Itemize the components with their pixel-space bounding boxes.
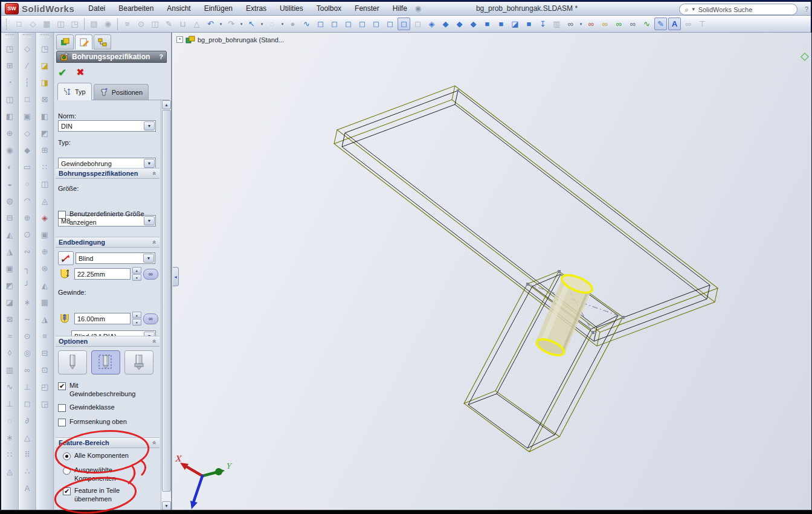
- propertymanager-tab[interactable]: [75, 34, 92, 50]
- tool-icon[interactable]: ◻: [20, 395, 34, 412]
- plane-icon[interactable]: △: [190, 18, 203, 30]
- tool-icon[interactable]: ⊥: [2, 395, 17, 412]
- select-icon[interactable]: ↖: [245, 18, 258, 30]
- tool-icon[interactable]: ◭: [2, 226, 17, 243]
- view-orient-2-icon[interactable]: ◆: [439, 18, 452, 30]
- tool-icon[interactable]: ◇: [20, 40, 34, 57]
- tool-icon[interactable]: ⊥: [20, 378, 34, 395]
- component-display-icon[interactable]: ∞: [627, 18, 639, 30]
- section-feature-bereich[interactable]: Feature-Bereich «: [56, 437, 160, 448]
- tool-icon[interactable]: ∞: [20, 361, 34, 378]
- tool-icon[interactable]: ◉: [2, 141, 17, 158]
- edit-component-icon[interactable]: ∞: [613, 18, 625, 30]
- collapse-chevron-icon[interactable]: «: [152, 240, 158, 244]
- menu-toolbox[interactable]: Toolbox: [310, 2, 348, 15]
- dropdown-arrow-icon[interactable]: ▼: [144, 121, 155, 130]
- sketch-visibility-icon[interactable]: ✎: [654, 18, 667, 30]
- tool-icon[interactable]: ▦: [37, 294, 52, 310]
- menu-pin-icon[interactable]: ◉: [415, 4, 421, 13]
- undo-icon[interactable]: ↶: [204, 18, 217, 30]
- depth-spinner[interactable]: ▲▼: [132, 267, 141, 281]
- wireframe-display-icon[interactable]: ◻: [398, 18, 410, 30]
- view-orient-1-icon[interactable]: ◈: [425, 18, 438, 30]
- menu-hilfe[interactable]: Hilfe: [386, 2, 414, 15]
- properties-icon[interactable]: ≡: [121, 18, 134, 30]
- option-cosmetic-thread-button[interactable]: [124, 350, 153, 374]
- tool-icon[interactable]: △: [20, 429, 34, 446]
- lasso-dropdown-icon[interactable]: ▾: [280, 18, 285, 30]
- tool-icon[interactable]: ◳: [37, 40, 52, 57]
- configurationmanager-tab[interactable]: [94, 34, 111, 50]
- section-endbedingung[interactable]: Endbedingung «: [56, 237, 160, 248]
- view-cube-3-icon[interactable]: ◻: [342, 18, 355, 30]
- featuremanager-tree-tab[interactable]: [56, 34, 74, 50]
- move-component-icon[interactable]: ∞: [585, 18, 598, 30]
- tool-icon[interactable]: ◨: [37, 74, 52, 91]
- save-icon[interactable]: ▦: [40, 18, 53, 30]
- menu-ansicht[interactable]: Ansicht: [160, 2, 197, 15]
- tool-icon[interactable]: ∷: [37, 158, 52, 175]
- view-cube-4-icon[interactable]: ◻: [356, 18, 369, 30]
- norm-select[interactable]: DIN ▼: [58, 120, 156, 132]
- view-orient-7-icon[interactable]: ◪: [509, 18, 521, 30]
- view-orient-4-icon[interactable]: ◆: [467, 18, 480, 30]
- viewport-3d-model[interactable]: X Y Z: [173, 33, 811, 510]
- thread-depth-spinner[interactable]: ▲▼: [132, 312, 141, 326]
- tool-icon[interactable]: ◠: [20, 192, 34, 209]
- scrollbar-thumb[interactable]: [162, 110, 171, 492]
- link-value-button[interactable]: ∞: [143, 313, 158, 324]
- section-view-icon[interactable]: ↧: [536, 18, 549, 30]
- tool-icon[interactable]: ⊛: [37, 260, 52, 277]
- dropdown-arrow-icon[interactable]: ▼: [144, 159, 155, 168]
- scroll-down-button[interactable]: ▼: [162, 501, 171, 510]
- tool-icon[interactable]: ∼: [20, 310, 34, 327]
- open-icon[interactable]: ◇: [27, 18, 39, 30]
- menu-fenster[interactable]: Fenster: [348, 2, 386, 15]
- selected-components-radio[interactable]: [63, 467, 71, 475]
- tool-icon[interactable]: A: [20, 480, 34, 496]
- tool-icon[interactable]: ∿: [2, 378, 17, 395]
- render-icon[interactable]: ●: [286, 18, 299, 30]
- select-dropdown-icon[interactable]: ▾: [259, 18, 265, 30]
- section-optionen[interactable]: Optionen «: [56, 336, 160, 347]
- thread-depth-input[interactable]: 16.00mm: [74, 313, 130, 324]
- view-settings-icon[interactable]: ∞: [564, 18, 577, 30]
- panel-help-button[interactable]: ?: [159, 53, 163, 60]
- reverse-direction-button[interactable]: [58, 251, 74, 265]
- sketch-icon[interactable]: ✎: [163, 18, 175, 30]
- tool-icon[interactable]: ◧: [37, 108, 52, 124]
- tool-icon[interactable]: ▭: [20, 158, 34, 175]
- menu-datei[interactable]: Datei: [82, 2, 112, 15]
- view-orient-5-icon[interactable]: ■: [481, 18, 494, 30]
- tool-icon[interactable]: ⊟: [37, 344, 52, 361]
- ok-button[interactable]: ✔: [58, 66, 66, 79]
- depth-input[interactable]: 22.25mm: [74, 268, 130, 280]
- menu-einfgen[interactable]: Einfügen: [198, 2, 239, 15]
- tool-icon[interactable]: ∂: [20, 412, 34, 429]
- new-icon[interactable]: □: [13, 18, 25, 30]
- drawing-icon[interactable]: ▥: [550, 18, 563, 30]
- view-orient-8-icon[interactable]: ■: [523, 18, 535, 30]
- curvature-icon[interactable]: ∿: [640, 18, 653, 30]
- custom-size-checkbox[interactable]: [58, 211, 66, 219]
- tool-icon[interactable]: ⊞: [37, 141, 52, 158]
- redo-icon[interactable]: ↷: [225, 18, 237, 30]
- near-side-countersink-checkbox[interactable]: [58, 419, 66, 426]
- tool-icon[interactable]: ○: [20, 175, 34, 192]
- print-preview-icon[interactable]: ◉: [102, 18, 114, 30]
- toolbar-grip[interactable]: [23, 34, 31, 37]
- tool-icon[interactable]: ◮: [37, 310, 52, 327]
- tool-icon[interactable]: ▣: [37, 226, 52, 243]
- tool-icon[interactable]: ∴: [20, 463, 34, 480]
- toolbar-grip[interactable]: [6, 19, 8, 30]
- thread-class-checkbox[interactable]: [58, 404, 66, 412]
- tool-icon[interactable]: ◫: [2, 91, 17, 108]
- tool-icon[interactable]: ┐: [20, 260, 34, 277]
- tool-icon[interactable]: ◒: [2, 175, 17, 192]
- propagate-feature-checkbox[interactable]: ✔: [63, 487, 71, 495]
- end-condition-select[interactable]: Blind ▼: [76, 252, 155, 264]
- fastener-icon[interactable]: ⊤: [696, 18, 709, 30]
- tool-icon[interactable]: ∕: [20, 57, 34, 74]
- tool-icon[interactable]: ⊟: [2, 209, 17, 226]
- publish-icon[interactable]: ◳: [68, 18, 81, 30]
